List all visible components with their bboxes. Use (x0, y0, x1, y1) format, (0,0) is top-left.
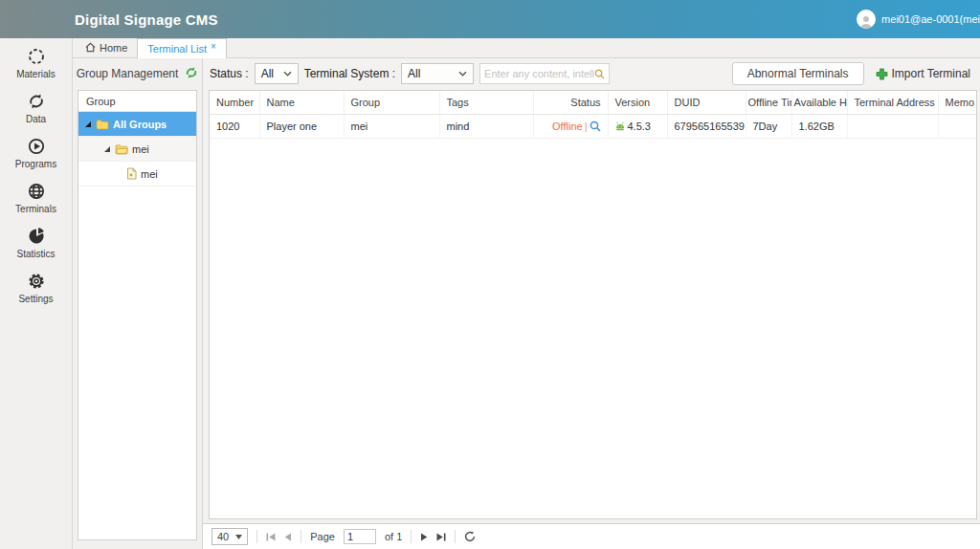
status-filter-label: Status : (210, 67, 249, 80)
col-header-name: Name (259, 91, 344, 115)
data-icon (27, 92, 46, 111)
refresh-icon[interactable] (464, 531, 476, 542)
main-nav-sidebar: Materials Data Programs (0, 38, 73, 549)
col-header-tags: Tags (439, 91, 533, 115)
cell-offline-time: 7Day (746, 115, 791, 139)
statistics-icon (27, 227, 46, 246)
refresh-groups-icon[interactable] (185, 66, 198, 82)
materials-icon (27, 47, 46, 66)
sidebar-item-programs[interactable]: Programs (0, 137, 72, 169)
abnormal-terminals-button[interactable]: Abnormal Terminals (732, 62, 864, 85)
col-header-available-hard: Available Hard (791, 91, 847, 115)
expander-icon[interactable] (84, 119, 92, 130)
group-column-header: Group (78, 91, 196, 112)
sidebar-item-data[interactable]: Data (0, 92, 72, 124)
col-header-group: Group (344, 91, 439, 115)
pagination-bar: 40 Page of 1 (203, 523, 980, 549)
next-page-button[interactable] (420, 533, 428, 541)
sidebar-item-label: Materials (16, 69, 56, 79)
tab-label: Home (100, 42, 127, 54)
status-badge: Offline (552, 121, 583, 132)
tab-terminal-list[interactable]: Terminal List × (137, 38, 227, 58)
sidebar-item-label: Terminals (15, 204, 56, 214)
cell-number: 1020 (210, 115, 259, 139)
system-filter-value: All (408, 67, 420, 80)
divider (455, 530, 456, 543)
settings-icon (27, 272, 46, 291)
open-folder-icon (115, 143, 128, 155)
group-sidebar: Group Management Group (73, 58, 203, 549)
sidebar-item-label: Data (26, 114, 46, 124)
col-header-duid: DUID (667, 91, 746, 115)
import-terminal-button[interactable]: Import Terminal (876, 67, 972, 80)
cell-tags: mind (439, 115, 533, 139)
close-icon[interactable]: × (211, 41, 216, 52)
chevron-down-icon (283, 71, 292, 77)
view-detail-magnifier-icon[interactable] (590, 121, 601, 132)
android-icon (615, 121, 625, 131)
tree-node-all-groups[interactable]: All Groups (78, 112, 196, 137)
tree-node-mei-terminal[interactable]: mei (78, 162, 196, 187)
folder-icon (96, 119, 109, 130)
sidebar-item-label: Settings (18, 294, 53, 304)
user-name: mei01@ae-0001(mei (881, 13, 980, 25)
last-page-button[interactable] (436, 533, 446, 541)
tab-home[interactable]: Home (76, 38, 137, 57)
cell-terminal-address (847, 115, 938, 139)
app-title: Digital Signage CMS (75, 11, 218, 28)
system-filter-select[interactable]: All (401, 63, 474, 84)
status-filter-select[interactable]: All (255, 63, 299, 84)
cell-duid: 679565165539 (667, 115, 746, 139)
cell-available-hard: 1.62GB (791, 115, 847, 139)
col-header-number: Number (210, 91, 259, 115)
tree-node-label: All Groups (113, 119, 167, 130)
tab-label: Terminal List (147, 43, 207, 55)
cell-group: mei (344, 115, 439, 139)
search-placeholder: Enter any content, intelligent s (484, 68, 594, 79)
expander-icon[interactable] (103, 143, 111, 155)
page-total-label: of 1 (385, 531, 402, 542)
col-header-status: Status (533, 91, 608, 115)
page-label: Page (310, 531, 335, 542)
tree-node-label: mei (132, 143, 149, 155)
page-size-select[interactable]: 40 (212, 528, 248, 545)
cell-memo (938, 115, 976, 139)
tree-node-label: mei (141, 168, 158, 180)
caret-down-icon (235, 535, 242, 539)
chevron-down-icon (458, 71, 467, 77)
user-menu[interactable]: mei01@ae-0001(mei (857, 10, 980, 29)
file-icon (126, 167, 137, 180)
plus-icon (876, 68, 888, 80)
group-tree-panel: Group All Groups (78, 90, 197, 540)
status-separator: | (585, 121, 588, 132)
divider (256, 530, 257, 543)
sidebar-item-label: Programs (15, 159, 56, 169)
divider (301, 530, 301, 543)
col-header-terminal-address: Terminal Address (847, 91, 938, 115)
filter-toolbar: Status : All Terminal System : All Enter… (203, 58, 980, 89)
sidebar-item-settings[interactable]: Settings (0, 272, 72, 304)
terminal-table: Number Name Group Tags Status Version DU… (209, 90, 977, 519)
system-filter-label: Terminal System : (304, 67, 395, 80)
import-terminal-label: Import Terminal (892, 67, 970, 80)
first-page-button[interactable] (266, 533, 276, 541)
terminals-icon (27, 182, 46, 201)
page-number-input[interactable] (344, 529, 376, 544)
tree-node-mei-group[interactable]: mei (78, 137, 196, 162)
col-header-version: Version (608, 91, 667, 115)
col-header-offline-time: Offline Time (746, 91, 791, 115)
version-value: 4.5.3 (628, 121, 651, 132)
app-header: Digital Signage CMS mei01@ae-0001(mei (0, 0, 980, 38)
sidebar-item-label: Statistics (16, 249, 55, 259)
prev-page-button[interactable] (284, 533, 292, 541)
sidebar-item-materials[interactable]: Materials (0, 47, 72, 79)
divider (411, 530, 412, 543)
sidebar-item-statistics[interactable]: Statistics (0, 227, 72, 259)
search-input[interactable]: Enter any content, intelligent s (479, 63, 610, 84)
table-row[interactable]: 1020 Player one mei mind Offline| (210, 115, 976, 139)
status-filter-value: All (261, 67, 274, 80)
sidebar-item-terminals[interactable]: Terminals (0, 182, 72, 214)
page-size-value: 40 (217, 531, 229, 542)
cell-status: Offline| (533, 115, 608, 139)
programs-icon (27, 137, 46, 156)
